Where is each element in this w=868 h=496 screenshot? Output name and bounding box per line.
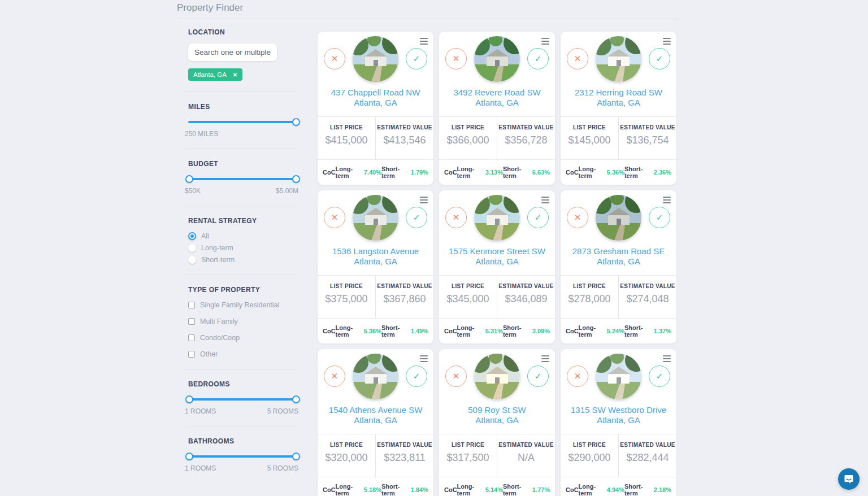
property-photo[interactable] xyxy=(353,36,398,82)
property-address-link[interactable]: 437 Chappell Road NW Atlanta, GA xyxy=(318,88,433,108)
approve-property-button[interactable]: ✓ xyxy=(649,207,670,228)
location-search-input[interactable] xyxy=(188,43,277,61)
list-price-value: $345,000 xyxy=(439,293,497,305)
card-menu-icon[interactable] xyxy=(420,197,428,205)
card-menu-icon[interactable] xyxy=(420,355,428,364)
budget-slider-min-handle[interactable] xyxy=(185,175,193,183)
approve-property-button[interactable]: ✓ xyxy=(406,48,427,69)
approve-property-button[interactable]: ✓ xyxy=(406,366,427,387)
reject-property-button[interactable]: ✕ xyxy=(567,207,588,228)
coc-label: CoC xyxy=(323,486,336,493)
bedrooms-slider-track[interactable] xyxy=(188,398,297,401)
card-menu-icon[interactable] xyxy=(663,197,671,205)
reject-property-button[interactable]: ✕ xyxy=(324,207,345,228)
chat-widget-button[interactable] xyxy=(838,468,860,490)
approve-property-button[interactable]: ✓ xyxy=(527,366,549,387)
bathrooms-slider-max-handle[interactable] xyxy=(292,453,300,460)
reject-property-button[interactable]: ✕ xyxy=(445,207,467,228)
approve-property-button[interactable]: ✓ xyxy=(649,48,670,69)
property-address-link[interactable]: 1575 Kenmore Street SW Atlanta, GA xyxy=(439,246,555,267)
card-menu-icon[interactable] xyxy=(420,38,428,46)
reject-property-button[interactable]: ✕ xyxy=(324,48,345,69)
property-type-option-other[interactable]: Other xyxy=(188,350,298,358)
list-price-value: $278,000 xyxy=(561,293,618,305)
bedrooms-slider[interactable] xyxy=(185,395,298,403)
checkbox-icon[interactable] xyxy=(188,302,195,308)
budget-slider-track[interactable] xyxy=(188,178,297,180)
estimated-value-value: N/A xyxy=(497,452,555,464)
property-address-link[interactable]: 2873 Gresham Road SE Atlanta, GA xyxy=(561,246,676,267)
radio-selected-icon[interactable] xyxy=(188,232,196,240)
property-type-option-multi-family[interactable]: Multi Family xyxy=(188,317,298,325)
miles-slider-handle[interactable] xyxy=(292,118,300,126)
long-term-label: Long-term xyxy=(457,166,485,179)
bathrooms-slider[interactable] xyxy=(185,453,298,460)
bathrooms-slider-track[interactable] xyxy=(188,455,297,458)
miles-value: 250 MILES xyxy=(185,130,298,138)
card-menu-icon[interactable] xyxy=(541,197,549,205)
reject-property-button[interactable]: ✕ xyxy=(567,366,588,387)
property-photo[interactable] xyxy=(596,36,641,82)
card-menu-icon[interactable] xyxy=(663,355,671,364)
property-address-link[interactable]: 509 Roy St SW Atlanta, GA xyxy=(439,405,555,426)
checkbox-icon[interactable] xyxy=(188,318,195,325)
approve-property-button[interactable]: ✓ xyxy=(527,207,549,228)
reject-property-button[interactable]: ✕ xyxy=(445,48,467,69)
radio-icon[interactable] xyxy=(188,244,196,252)
tag-close-icon[interactable]: ✕ xyxy=(233,72,237,78)
property-address-link[interactable]: 1540 Athens Avenue SW Atlanta, GA xyxy=(318,405,433,426)
bathrooms-slider-min-handle[interactable] xyxy=(185,453,193,460)
checkbox-icon[interactable] xyxy=(188,334,195,341)
property-city: Atlanta, GA xyxy=(561,415,676,425)
property-type-option-single-family[interactable]: Single Family Residential xyxy=(188,301,298,309)
property-photo[interactable] xyxy=(596,195,641,241)
miles-slider-track[interactable] xyxy=(188,121,297,123)
property-type-option-condo-coop[interactable]: Condo/Coop xyxy=(188,334,298,342)
property-photo[interactable] xyxy=(474,36,520,82)
header-divider xyxy=(177,19,677,19)
property-photo[interactable] xyxy=(353,195,398,241)
radio-icon[interactable] xyxy=(188,256,196,264)
budget-slider[interactable] xyxy=(185,175,298,182)
property-photo[interactable] xyxy=(474,195,520,241)
reject-property-button[interactable]: ✕ xyxy=(567,48,588,69)
rental-strategy-section-label: RENTAL STRATEGY xyxy=(188,217,298,225)
card-menu-icon[interactable] xyxy=(541,38,549,46)
card-menu-icon[interactable] xyxy=(541,355,549,364)
property-photo[interactable] xyxy=(474,354,520,399)
bathrooms-section-label: BATHROOMS xyxy=(188,437,298,445)
property-city: Atlanta, GA xyxy=(318,98,433,108)
bedrooms-slider-max-handle[interactable] xyxy=(292,395,300,403)
coc-section: CoC Long-term 5.31% Short-term 3.09% xyxy=(439,319,555,343)
estimated-value-block: ESTIMATED VALUE $367,860 xyxy=(376,276,433,318)
property-card: ✕ ✓ 1536 Langston Avenue Atlanta, GA xyxy=(318,190,433,343)
miles-slider[interactable] xyxy=(185,118,298,125)
property-address-link[interactable]: 3492 Revere Road SW Atlanta, GA xyxy=(439,88,555,108)
property-photo[interactable] xyxy=(353,354,398,399)
card-menu-icon[interactable] xyxy=(663,38,671,46)
price-section: LIST PRICE $415,000 ESTIMATED VALUE $413… xyxy=(318,116,433,160)
approve-property-button[interactable]: ✓ xyxy=(649,366,670,387)
property-photo[interactable] xyxy=(596,354,641,399)
rental-strategy-option-short-term[interactable]: Short-term xyxy=(188,256,298,264)
property-card: ✕ ✓ 3492 Revere Road SW Atlanta, GA xyxy=(439,32,555,185)
long-term-value: 5.36% xyxy=(364,328,381,334)
approve-property-button[interactable]: ✓ xyxy=(406,207,427,228)
property-address-link[interactable]: 2312 Herring Road SW Atlanta, GA xyxy=(561,88,676,108)
rental-strategy-option-long-term[interactable]: Long-term xyxy=(188,244,298,252)
short-term-label: Short-term xyxy=(503,483,532,496)
property-address: 1540 Athens Avenue SW xyxy=(318,405,433,415)
rental-strategy-option-all[interactable]: All xyxy=(188,232,298,240)
short-term-label: Short-term xyxy=(381,483,411,496)
list-price-label: LIST PRICE xyxy=(318,283,375,289)
bedrooms-slider-min-handle[interactable] xyxy=(185,395,193,403)
checkbox-icon[interactable] xyxy=(188,351,195,358)
property-address-link[interactable]: 1315 SW Westboro Drive Atlanta, GA xyxy=(561,405,676,426)
short-term-label: Short-term xyxy=(624,483,654,496)
budget-slider-max-handle[interactable] xyxy=(292,175,300,183)
price-section: LIST PRICE $375,000 ESTIMATED VALUE $367… xyxy=(318,275,433,319)
approve-property-button[interactable]: ✓ xyxy=(527,48,549,69)
property-address-link[interactable]: 1536 Langston Avenue Atlanta, GA xyxy=(318,246,433,267)
reject-property-button[interactable]: ✕ xyxy=(445,366,467,387)
reject-property-button[interactable]: ✕ xyxy=(324,366,345,387)
